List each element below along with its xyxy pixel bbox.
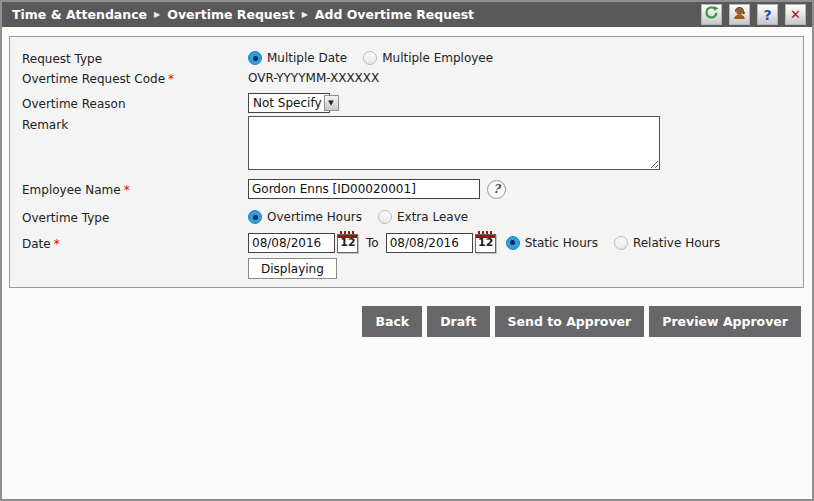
close-icon: ✕ bbox=[790, 8, 801, 21]
radio-multiple-date-label[interactable]: Multiple Date bbox=[267, 51, 347, 65]
breadcrumb-item-overtime-request[interactable]: Overtime Request bbox=[167, 7, 294, 22]
calendar-day-number: 12 bbox=[337, 236, 359, 249]
breadcrumb-separator-icon: ▶ bbox=[154, 10, 160, 19]
remark-row: Remark bbox=[10, 116, 803, 170]
calendar-day-number: 12 bbox=[475, 236, 497, 249]
support-headset-icon bbox=[732, 5, 747, 24]
overtime-reason-label: Overtime Reason bbox=[22, 95, 248, 111]
app-window: Time & Attendance ▶ Overtime Request ▶ A… bbox=[0, 0, 814, 501]
date-to-label: To bbox=[366, 236, 379, 250]
form-panel: Request Type Multiple Date Multiple Empl… bbox=[9, 36, 804, 288]
support-button[interactable] bbox=[729, 4, 750, 25]
displaying-row: Displaying bbox=[10, 258, 803, 279]
overtime-type-label: Overtime Type bbox=[22, 209, 248, 225]
help-icon: ? bbox=[763, 8, 771, 22]
remark-label: Remark bbox=[22, 116, 248, 132]
draft-button[interactable]: Draft bbox=[427, 306, 489, 337]
send-to-approver-button[interactable]: Send to Approver bbox=[495, 306, 645, 337]
overtime-request-code-value: OVR-YYYYMM-XXXXXX bbox=[248, 71, 379, 85]
radio-dot bbox=[253, 56, 258, 61]
radio-extra-leave[interactable] bbox=[378, 210, 392, 224]
hours-mode-radios: Static Hours Relative Hours bbox=[506, 236, 737, 250]
employee-name-input[interactable] bbox=[248, 179, 480, 199]
overtime-type-row: Overtime Type Overtime Hours Extra Leave bbox=[10, 209, 803, 225]
employee-name-row: Employee Name* ? bbox=[10, 179, 803, 199]
radio-static-hours-label[interactable]: Static Hours bbox=[525, 236, 598, 250]
refresh-icon bbox=[704, 5, 719, 24]
breadcrumb-item-time-attendance[interactable]: Time & Attendance bbox=[12, 7, 147, 22]
employee-help-balloon-icon[interactable]: ? bbox=[487, 180, 506, 199]
preview-approver-button[interactable]: Preview Approver bbox=[649, 306, 801, 337]
spacer bbox=[22, 268, 248, 270]
radio-dot bbox=[253, 215, 258, 220]
request-type-row: Request Type Multiple Date Multiple Empl… bbox=[10, 50, 803, 66]
radio-relative-hours-label[interactable]: Relative Hours bbox=[633, 236, 720, 250]
radio-dot bbox=[510, 240, 515, 245]
actions-bar: Back Draft Send to Approver Preview Appr… bbox=[2, 306, 812, 337]
required-asterisk: * bbox=[54, 237, 60, 251]
radio-multiple-employee[interactable] bbox=[363, 51, 377, 65]
date-row: Date* 12 To 12 Static Hours Relative Hou… bbox=[10, 231, 803, 254]
calendar-icon-to[interactable]: 12 bbox=[475, 231, 497, 254]
close-button[interactable]: ✕ bbox=[785, 4, 806, 25]
overtime-reason-selected-value: Not Specify bbox=[253, 96, 322, 110]
radio-overtime-hours-label[interactable]: Overtime Hours bbox=[267, 210, 362, 224]
refresh-button[interactable] bbox=[701, 4, 722, 25]
dropdown-arrow-icon: ▼ bbox=[324, 95, 339, 111]
help-button[interactable]: ? bbox=[757, 4, 778, 25]
radio-multiple-employee-label[interactable]: Multiple Employee bbox=[382, 51, 493, 65]
radio-static-hours[interactable] bbox=[506, 236, 520, 250]
required-asterisk: * bbox=[168, 72, 174, 86]
employee-name-label: Employee Name* bbox=[22, 181, 248, 197]
remark-textarea[interactable] bbox=[248, 116, 660, 170]
breadcrumb-item-add-overtime-request: Add Overtime Request bbox=[315, 7, 474, 22]
back-button[interactable]: Back bbox=[362, 306, 422, 337]
displaying-button[interactable]: Displaying bbox=[248, 258, 337, 279]
overtime-reason-select[interactable]: Not Specify ▼ bbox=[248, 93, 330, 113]
radio-extra-leave-label[interactable]: Extra Leave bbox=[397, 210, 468, 224]
overtime-request-code-row: Overtime Request Code* OVR-YYYYMM-XXXXXX bbox=[10, 70, 803, 86]
radio-relative-hours[interactable] bbox=[614, 236, 628, 250]
titlebar-icons: ? ✕ bbox=[701, 4, 806, 25]
overtime-request-code-label: Overtime Request Code* bbox=[22, 70, 248, 86]
breadcrumb: Time & Attendance ▶ Overtime Request ▶ A… bbox=[12, 7, 701, 22]
request-type-label: Request Type bbox=[22, 50, 248, 66]
date-label: Date* bbox=[22, 235, 248, 251]
breadcrumb-separator-icon: ▶ bbox=[302, 10, 308, 19]
calendar-icon-from[interactable]: 12 bbox=[337, 231, 359, 254]
required-asterisk: * bbox=[124, 183, 130, 197]
date-from-input[interactable] bbox=[248, 233, 335, 253]
titlebar: Time & Attendance ▶ Overtime Request ▶ A… bbox=[2, 2, 812, 27]
date-to-input[interactable] bbox=[386, 233, 473, 253]
overtime-reason-row: Overtime Reason Not Specify ▼ bbox=[10, 93, 803, 113]
radio-overtime-hours[interactable] bbox=[248, 210, 262, 224]
radio-multiple-date[interactable] bbox=[248, 51, 262, 65]
